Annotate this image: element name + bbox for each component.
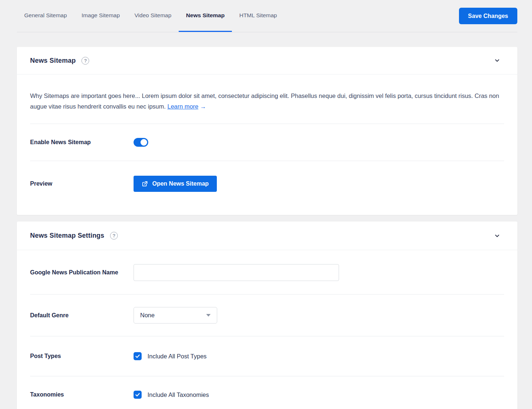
chevron-down-icon[interactable] xyxy=(494,57,500,64)
learn-more-arrow-icon: → xyxy=(200,103,206,110)
open-news-sitemap-button[interactable]: Open News Sitemap xyxy=(134,176,217,192)
include-all-post-types-label: Include All Post Types xyxy=(147,353,207,360)
question-mark-icon[interactable]: ? xyxy=(81,57,89,65)
tab-html-sitemap[interactable]: HTML Sitemap xyxy=(232,0,284,32)
publication-name-row: Google News Publication Name xyxy=(30,250,504,295)
news-sitemap-card: News Sitemap ? Why Sitemaps are importan… xyxy=(17,47,517,215)
include-all-post-types-checkbox[interactable] xyxy=(134,352,142,360)
taxonomies-row: Taxonomies Include All Taxonomies xyxy=(30,376,504,409)
default-genre-select[interactable]: None xyxy=(134,307,217,324)
enable-news-sitemap-toggle[interactable] xyxy=(134,138,148,147)
save-changes-button[interactable]: Save Changes xyxy=(459,8,517,24)
description-text: Why Sitemaps are important goes here... … xyxy=(30,92,499,110)
toggle-knob xyxy=(141,139,147,146)
news-sitemap-settings-card: News Sitemap Settings ? Google News Publ… xyxy=(17,222,517,409)
external-link-icon xyxy=(142,181,148,187)
question-mark-icon[interactable]: ? xyxy=(110,232,118,240)
settings-card-header: News Sitemap Settings ? xyxy=(17,222,517,250)
learn-more-link[interactable]: Learn more xyxy=(167,103,198,110)
chevron-down-icon[interactable] xyxy=(494,233,500,239)
preview-row: Preview Open News Sitemap xyxy=(30,161,504,215)
tab-general-sitemap[interactable]: General Sitemap xyxy=(17,0,74,32)
card-title: News Sitemap Settings xyxy=(30,232,104,240)
tab-video-sitemap[interactable]: Video Sitemap xyxy=(127,0,179,32)
include-all-taxonomies-checkbox[interactable] xyxy=(134,391,142,399)
tab-image-sitemap[interactable]: Image Sitemap xyxy=(74,0,127,32)
publication-name-label: Google News Publication Name xyxy=(30,267,134,278)
taxonomies-label: Taxonomies xyxy=(30,390,134,400)
publication-name-input[interactable] xyxy=(134,264,339,281)
include-all-taxonomies-label: Include All Taxonomies xyxy=(147,391,209,398)
description-row: Why Sitemaps are important goes here... … xyxy=(30,74,504,124)
news-sitemap-card-header: News Sitemap ? xyxy=(17,47,517,74)
tabs: General Sitemap Image Sitemap Video Site… xyxy=(17,0,284,32)
post-types-label: Post Types xyxy=(30,351,134,361)
preview-label: Preview xyxy=(30,179,134,189)
tab-news-sitemap[interactable]: News Sitemap xyxy=(179,0,232,32)
enable-news-sitemap-label: Enable News Sitemap xyxy=(30,137,134,147)
default-genre-label: Default Genre xyxy=(30,310,134,321)
dropdown-arrow-icon xyxy=(206,314,211,317)
card-title: News Sitemap xyxy=(30,57,76,65)
settings-page: General Sitemap Image Sitemap Video Site… xyxy=(17,0,517,409)
selected-option: None xyxy=(140,312,154,319)
open-news-sitemap-label: Open News Sitemap xyxy=(152,180,209,187)
default-genre-row: Default Genre None xyxy=(30,295,504,336)
post-types-row: Post Types Include All Post Types xyxy=(30,336,504,376)
enable-news-sitemap-row: Enable News Sitemap xyxy=(30,124,504,161)
sitemap-tab-bar: General Sitemap Image Sitemap Video Site… xyxy=(17,0,517,32)
card-description: Why Sitemaps are important goes here... … xyxy=(30,91,504,112)
